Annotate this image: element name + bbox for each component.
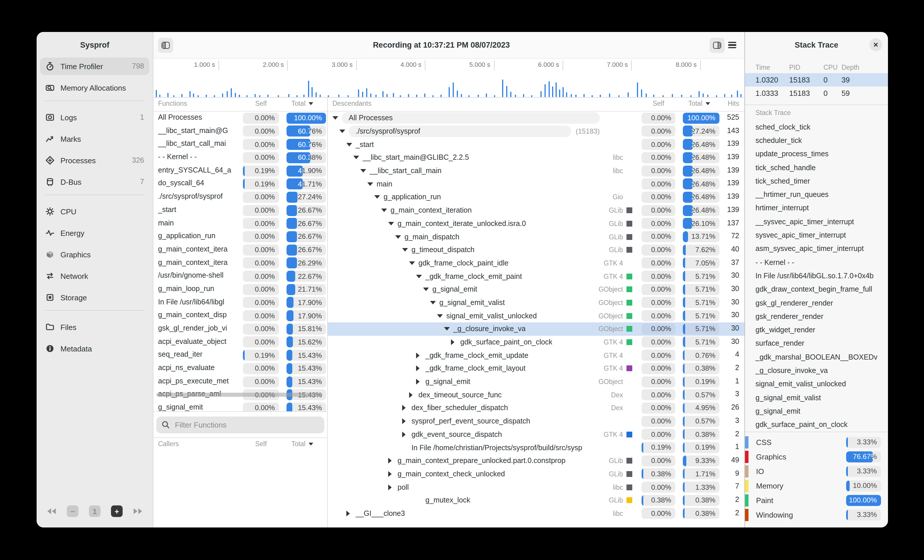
expander-down-icon[interactable] xyxy=(388,222,398,225)
descendant-row[interactable]: g_main_context_check_unlockedGLib0.38%0.… xyxy=(328,467,744,481)
expander-right-icon[interactable] xyxy=(402,405,411,411)
sidebar-item-files[interactable]: Files xyxy=(40,318,149,336)
expander-right-icon[interactable] xyxy=(388,458,398,464)
expander-down-icon[interactable] xyxy=(423,288,432,291)
descendant-row[interactable]: __libc_start_main@GLIBC_2.2.5libc0.00%26… xyxy=(328,151,744,164)
function-row[interactable]: ./src/sysprof/sysprof0.00%27.24%27.24% xyxy=(153,190,327,204)
seek-forward-icon[interactable] xyxy=(133,508,143,515)
descendant-row[interactable]: All Processes0.00%100.00%100.00%525 xyxy=(328,112,744,124)
descendant-row[interactable]: _g_closure_invoke_vaGObject0.00%5.71%5.7… xyxy=(328,322,744,335)
expander-down-icon[interactable] xyxy=(332,117,342,120)
descendant-row[interactable]: g_main_context_prepare_unlocked.part.0.c… xyxy=(328,454,744,467)
function-row[interactable]: do_syscall_640.19%0.19%41.71%41.71% xyxy=(153,177,327,190)
function-row[interactable]: acpi_ps_execute_met0.00%15.43%15.43% xyxy=(153,375,327,388)
callers-header[interactable]: Callers xyxy=(158,440,179,447)
expander-down-icon[interactable] xyxy=(381,208,390,212)
filter-functions-input[interactable] xyxy=(174,420,319,430)
descendant-row[interactable]: g_signal_emitGObject0.00%0.19%0.19%1 xyxy=(328,375,744,388)
expander-right-icon[interactable] xyxy=(416,352,425,358)
sidebar-item-storage[interactable]: Storage xyxy=(40,289,149,306)
expander-down-icon[interactable] xyxy=(416,274,425,278)
descendant-row[interactable]: _gdk_frame_clock_emit_layoutGTK 40.00%0.… xyxy=(328,362,744,375)
descendant-row[interactable]: g_signal_emit_valistGObject0.00%5.71%5.7… xyxy=(328,296,744,309)
descendant-row[interactable]: gdk_event_source_dispatchGTK 40.00%0.38%… xyxy=(328,428,744,441)
expander-down-icon[interactable] xyxy=(346,142,356,146)
expander-down-icon[interactable] xyxy=(430,301,440,304)
seek-backward-icon[interactable] xyxy=(46,508,56,515)
function-row[interactable]: __libc_start_main@G0.00%60.76%60.76% xyxy=(153,124,327,138)
function-row[interactable]: g_signal_emit0.00%15.43%15.43% xyxy=(153,401,327,411)
expander-right-icon[interactable] xyxy=(346,511,356,517)
zoom-in-button[interactable]: + xyxy=(111,505,123,517)
stack-frame-row[interactable]: surface_render xyxy=(745,337,888,350)
sidebar-item-processes[interactable]: Processes326 xyxy=(40,151,149,169)
function-row[interactable]: - - Kernel - -0.00%60.38%60.38% xyxy=(153,151,327,164)
stack-frame-row[interactable]: _g_closure_invoke_va xyxy=(745,364,888,377)
function-row[interactable]: g_main_context_itera0.00%26.67%26.67% xyxy=(153,243,327,256)
stack-frame-row[interactable]: - - Kernel - - xyxy=(745,256,888,269)
descendant-row[interactable]: g_application_runGio0.00%26.48%26.48%139 xyxy=(328,190,744,204)
stack-frame-row[interactable]: asm_sysvec_apic_timer_interrupt xyxy=(745,242,888,256)
expander-right-icon[interactable] xyxy=(451,339,460,345)
stack-frame-row[interactable]: signal_emit_valist_unlocked xyxy=(745,377,888,391)
stack-frame-row[interactable]: g_signal_emit xyxy=(745,404,888,418)
expander-right-icon[interactable] xyxy=(416,379,425,385)
function-row[interactable]: g_main_context_itera0.00%26.29%26.29% xyxy=(153,256,327,270)
callers-total-header[interactable]: Total xyxy=(282,440,322,447)
descendant-row[interactable]: g_signal_emitGObject0.00%5.71%5.71%30 xyxy=(328,283,744,296)
function-row[interactable]: g_application_run0.00%26.67%26.67% xyxy=(153,230,327,243)
descendant-row[interactable]: polllibc0.00%1.33%1.33%7 xyxy=(328,481,744,494)
descendants-self-header[interactable]: Self xyxy=(642,100,675,107)
descendant-row[interactable]: __libc_start_call_mainlibc0.00%26.48%26.… xyxy=(328,165,744,177)
sidebar-item-graphics[interactable]: Graphics xyxy=(40,246,149,263)
expander-right-icon[interactable] xyxy=(388,471,398,477)
descendant-row[interactable]: sysprof_perf_event_source_dispatch0.00%0… xyxy=(328,415,744,428)
function-row[interactable]: acpi_ns_evaluate0.00%15.43%15.43% xyxy=(153,362,327,375)
descendant-row[interactable]: __GI___clone3libc0.00%0.38%0.38%2 xyxy=(328,507,744,520)
descendant-row[interactable]: dex_timeout_source_funcDex0.00%0.57%0.57… xyxy=(328,388,744,401)
stack-frame-row[interactable]: __sysvec_apic_timer_interrupt xyxy=(745,215,888,229)
stack-frame-row[interactable]: tick_sched_timer xyxy=(745,174,888,188)
expander-down-icon[interactable] xyxy=(339,130,349,133)
close-panel-button[interactable]: ✕ xyxy=(869,38,882,51)
descendant-row[interactable]: ./src/sysprof/sysprof(15183)0.00%27.24%2… xyxy=(328,124,744,138)
stack-frame-row[interactable]: _gdk_marshal_BOOLEAN__BOXEDv xyxy=(745,350,888,364)
sidebar-item-network[interactable]: Network xyxy=(40,267,149,284)
descendant-row[interactable]: _start0.00%26.48%26.48%139 xyxy=(328,138,744,151)
sidebar-item-cpu[interactable]: CPU xyxy=(40,203,149,220)
function-row[interactable]: All Processes0.00%100.00%100.00% xyxy=(153,112,327,124)
expander-right-icon[interactable] xyxy=(416,366,425,371)
expander-down-icon[interactable] xyxy=(360,169,370,172)
descendant-row[interactable]: g_mutex_lockGLib0.38%0.38%0.38%0.38%2 xyxy=(328,494,744,507)
stack-frame-row[interactable]: tick_sched_handle xyxy=(745,161,888,175)
sidebar-item-marks[interactable]: Marks xyxy=(40,130,149,148)
stack-frame-row[interactable]: In File /usr/lib64/libGL.so.1.7.0+0x4b xyxy=(745,269,888,283)
expander-right-icon[interactable] xyxy=(388,484,398,490)
descendant-row[interactable]: _gdk_frame_clock_emit_updateGTK 40.00%0.… xyxy=(328,349,744,362)
functions-header[interactable]: Functions xyxy=(158,100,187,107)
function-row[interactable]: gsk_gl_render_job_vi0.00%15.81%15.81% xyxy=(153,322,327,335)
sidebar-item-d-bus[interactable]: D-Bus7 xyxy=(40,173,149,190)
primary-menu-button[interactable] xyxy=(724,37,740,52)
descendant-row[interactable]: In File /home/christian/Projects/sysprof… xyxy=(328,441,744,454)
expander-down-icon[interactable] xyxy=(437,314,446,317)
descendants-hits-header[interactable]: Hits xyxy=(704,100,739,107)
zoom-out-button[interactable]: − xyxy=(67,505,78,517)
descendant-row[interactable]: dex_fiber_scheduler_dispatchDex0.00%4.95… xyxy=(328,401,744,415)
zoom-level-button[interactable]: 1 xyxy=(89,505,100,517)
expander-right-icon[interactable] xyxy=(402,431,411,437)
function-row[interactable]: In File /usr/lib64/libgl0.00%17.90%17.90… xyxy=(153,296,327,309)
sidebar-item-energy[interactable]: Energy xyxy=(40,224,149,242)
callers-self-header[interactable]: Self xyxy=(243,440,279,447)
stack-frame-row[interactable]: sysvec_apic_timer_interrupt xyxy=(745,229,888,242)
descendant-row[interactable]: g_timeout_dispatchGLib0.00%7.62%7.62%40 xyxy=(328,243,744,256)
function-row[interactable]: acpi_evaluate_object0.00%15.62%15.62% xyxy=(153,335,327,349)
stack-frame-row[interactable]: g_signal_emit_valist xyxy=(745,391,888,404)
stack-frame-row[interactable]: gsk_gl_renderer_render xyxy=(745,296,888,310)
expander-down-icon[interactable] xyxy=(374,196,384,199)
stack-frame-row[interactable]: scheduler_tick xyxy=(745,134,888,148)
expander-down-icon[interactable] xyxy=(402,248,411,252)
sidebar-toggle-button[interactable] xyxy=(158,37,173,52)
descendant-row[interactable]: signal_emit_valist_unlockedGObject0.00%5… xyxy=(328,309,744,322)
stack-frame-row[interactable]: gdk_surface_paint_on_clock xyxy=(745,418,888,431)
